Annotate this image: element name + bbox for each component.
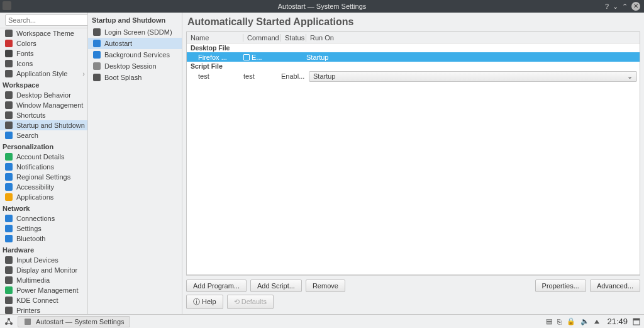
clipboard-icon[interactable]: ⎘ [557, 318, 562, 325]
sidebar-item-icon [5, 70, 13, 77]
th-runon[interactable]: Run On [306, 34, 640, 42]
table-row[interactable]: Firefox ... E... Startup [187, 52, 640, 62]
svg-rect-5 [633, 319, 640, 320]
sidebar-item[interactable]: Desktop Behavior [0, 90, 87, 100]
sidebar-item[interactable]: Fonts [0, 48, 87, 59]
sidebar-item-label: Account Details [16, 153, 64, 161]
help-icon[interactable]: ? [605, 3, 609, 10]
sidebar-tree: Workspace ThemeColorsFontsIconsApplicati… [0, 28, 87, 314]
th-command[interactable]: Command [243, 34, 281, 42]
sidebar-item-label: Fonts [16, 50, 34, 57]
cell-runon: Startup [306, 54, 640, 61]
sidebar-item[interactable]: Multimedia [0, 275, 87, 285]
page-title: Automatically Started Applications [186, 15, 640, 31]
subcategory-panel: Startup and Shutdown Login Screen (SDDM)… [88, 13, 182, 314]
sidebar-item-label: Search [16, 132, 38, 139]
search-input[interactable] [5, 14, 88, 26]
sidebar-item[interactable]: Window Management [0, 100, 87, 110]
remove-button[interactable]: Remove [306, 280, 345, 292]
subcategory-list: Login Screen (SDDM)AutostartBackground S… [88, 26, 182, 83]
checkbox-icon[interactable] [243, 54, 250, 60]
expand-tray-icon[interactable] [594, 320, 599, 324]
sidebar-item-label: Input Devices [16, 256, 58, 264]
subcategory-item-label: Background Services [104, 51, 170, 59]
sidebar-item-icon [5, 91, 13, 99]
subcategory-item[interactable]: Boot Splash [88, 72, 182, 83]
button-bar: Add Program... Add Script... Remove Prop… [186, 275, 640, 295]
footer-bar: ⓘ Help ⟲ Defaults [186, 295, 640, 312]
properties-button[interactable]: Properties... [535, 280, 586, 292]
sidebar-item-icon [5, 153, 13, 161]
sidebar-item[interactable]: Application Style› [0, 69, 87, 79]
sidebar-item-icon [5, 183, 13, 191]
sidebar-item[interactable]: Bluetooth [0, 234, 87, 244]
sidebar-item[interactable]: Workspace Theme [0, 28, 87, 38]
task-button[interactable]: Autostart — System Settings [18, 316, 130, 327]
th-status[interactable]: Status [281, 34, 306, 42]
sidebar-item-label: Application Style [16, 70, 67, 77]
help-button[interactable]: ⓘ Help [186, 295, 223, 309]
runon-dropdown[interactable]: Startup ⌄ [309, 71, 637, 82]
sidebar-item[interactable]: Connections [0, 213, 87, 223]
sidebar-item-label: Accessibility [16, 183, 54, 191]
settings-icon [23, 317, 32, 326]
subcategory-item-icon [93, 51, 101, 59]
sidebar-item[interactable]: KDE Connect [0, 295, 87, 305]
volume-icon[interactable]: 🔈 [580, 317, 589, 325]
subcategory-item[interactable]: Desktop Session [88, 60, 182, 72]
subcategory-item-label: Autostart [104, 40, 132, 47]
sidebar-item-label: Settings [16, 225, 42, 232]
sidebar-item[interactable]: Applications [0, 192, 87, 202]
sidebar-item-icon [5, 235, 13, 242]
sidebar-item-icon [5, 256, 13, 264]
close-icon[interactable]: ✕ [631, 2, 640, 11]
sidebar-item-icon [5, 193, 13, 201]
sidebar-item-label: Applications [16, 193, 53, 201]
subcategory-item[interactable]: Autostart [88, 38, 182, 49]
sidebar-item[interactable]: Power Management [0, 285, 87, 295]
tray-icon[interactable]: ▤ [546, 317, 552, 325]
sidebar-item[interactable]: Settings [0, 223, 87, 234]
add-program-button[interactable]: Add Program... [186, 280, 247, 292]
sidebar-item-label: Workspace Theme [16, 30, 74, 37]
sidebar-item[interactable]: Accessibility [0, 182, 87, 192]
subcategory-item[interactable]: Background Services [88, 49, 182, 60]
sidebar-item-icon [5, 307, 13, 314]
advanced-button[interactable]: Advanced... [590, 280, 640, 292]
sidebar-item[interactable]: Shortcuts [0, 110, 87, 120]
sidebar-item[interactable]: Printers [0, 305, 87, 314]
sidebar-item-label: Notifications [16, 163, 54, 171]
sidebar-item[interactable]: Input Devices [0, 255, 87, 265]
sidebar-item[interactable]: Account Details [0, 152, 87, 162]
sidebar-item-icon [5, 286, 13, 294]
sidebar-item-label: Printers [16, 307, 40, 314]
clock[interactable]: 21:49 [607, 317, 628, 326]
sidebar-item-icon [5, 266, 13, 274]
section-script-file: Script File [187, 62, 640, 71]
system-tray: ▤ ⎘ 🔒 🔈 21:49 [546, 317, 640, 326]
sidebar-item[interactable]: Icons [0, 59, 87, 69]
lock-icon[interactable]: 🔒 [567, 317, 575, 325]
cell-command: test [243, 72, 281, 80]
subcategory-item[interactable]: Login Screen (SDDM) [88, 26, 182, 38]
sidebar-item-label: Connections [16, 215, 55, 222]
table-header: Name Command Status Run On [187, 32, 640, 43]
sidebar-item-icon [5, 163, 13, 171]
chevron-down-icon: ⌄ [627, 72, 633, 81]
sidebar-item[interactable]: Startup and Shutdown [0, 120, 87, 130]
sidebar-item[interactable]: Regional Settings [0, 172, 87, 182]
minimize-icon[interactable]: ⌄ [613, 3, 618, 11]
app-icon [3, 1, 11, 10]
sidebar-item[interactable]: Notifications [0, 162, 87, 172]
app-launcher-icon[interactable] [4, 317, 14, 327]
add-script-button[interactable]: Add Script... [250, 280, 302, 292]
table-row[interactable]: test test Enabl... Startup ⌄ [187, 71, 640, 82]
maximize-icon[interactable]: ⌃ [622, 3, 628, 11]
sidebar-item[interactable]: Display and Monitor [0, 265, 87, 275]
sidebar-item-label: Colors [16, 40, 36, 47]
sidebar-item[interactable]: Search [0, 130, 87, 140]
sidebar-item-icon [5, 111, 13, 119]
th-name[interactable]: Name [187, 34, 243, 42]
show-desktop-icon[interactable] [633, 318, 640, 325]
sidebar-item[interactable]: Colors [0, 38, 87, 48]
